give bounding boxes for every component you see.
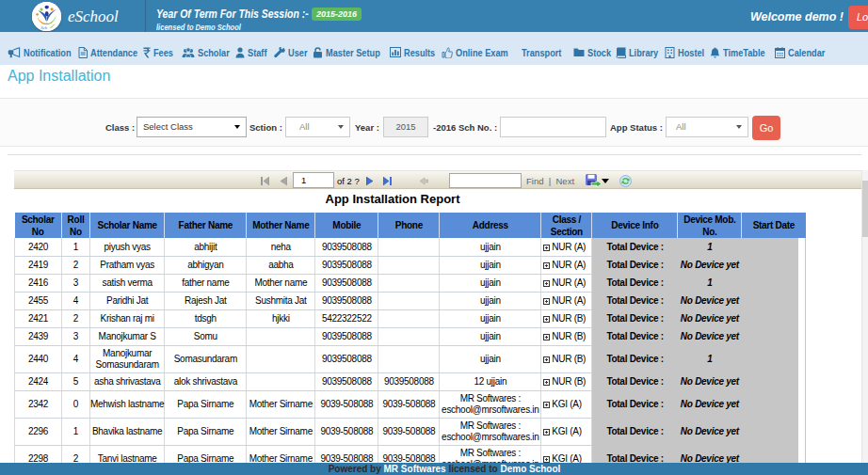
svg-text:Sch: Sch bbox=[40, 25, 48, 30]
